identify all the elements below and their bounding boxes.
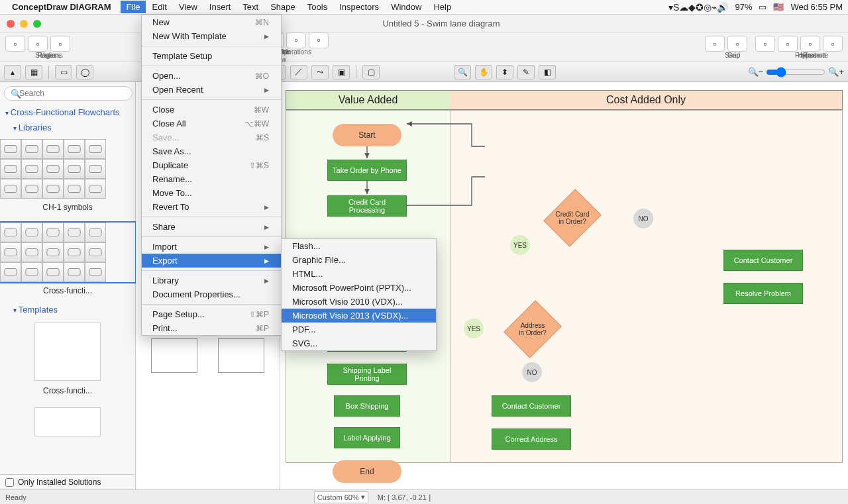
menubar-view[interactable]: View [173, 1, 203, 13]
menu-extra-icon[interactable]: ✪ [696, 2, 704, 13]
line-tool[interactable]: ／ [290, 65, 307, 79]
menu-item-move-to-[interactable]: Move To... [142, 186, 281, 200]
lane-b-header[interactable]: Cost Added Only [450, 91, 842, 109]
menu-extra-icon[interactable]: ◎ [704, 2, 712, 13]
menu-item-open-[interactable]: Open...⌘O [142, 69, 281, 83]
menu-item-microsoft-visio-vsdx-[interactable]: Microsoft Visio 2013 (VSDX)... [282, 309, 436, 323]
node-contact-1[interactable]: Contact Customer [723, 250, 803, 271]
menubar-tools[interactable]: Tools [301, 1, 333, 13]
library-shape-icon[interactable] [64, 223, 85, 242]
pointer-tool[interactable]: ▴ [4, 65, 21, 79]
zoom-range[interactable] [766, 67, 825, 77]
node-addr-decision[interactable]: Address in Order? [510, 307, 555, 352]
library-shape-icon[interactable] [64, 159, 85, 179]
solution-header[interactable]: Cross-Functional Flowcharts [0, 105, 135, 120]
library-shape-icon[interactable] [64, 179, 85, 199]
only-installed-checkbox[interactable] [5, 478, 14, 487]
menu-item-revert-to[interactable]: Revert To [142, 200, 281, 214]
menu-extra-icon[interactable]: ◆ [688, 2, 696, 13]
library-shape-icon[interactable] [0, 262, 21, 282]
menu-item-page-setup-[interactable]: Page Setup...⇧⌘P [142, 307, 281, 321]
traffic-lights[interactable] [7, 20, 41, 28]
zoom-in-tool[interactable]: 🔍 [454, 65, 471, 79]
menu-item-microsoft-visio-vdx-[interactable]: Microsoft Visio 2010 (VDX)... [282, 295, 436, 309]
toolbar-info[interactable]: ▫ [800, 36, 820, 52]
library-shape-icon[interactable] [85, 223, 106, 242]
zoom-combo[interactable]: Custom 60% ▾ [314, 491, 368, 503]
template-thumb-2[interactable] [34, 407, 101, 436]
menubar-insert[interactable]: Insert [203, 1, 237, 13]
node-resolve[interactable]: Resolve Problem [723, 283, 803, 304]
node-label-apply[interactable]: Label Applying [334, 427, 400, 448]
eraser-tool[interactable]: ◧ [539, 65, 556, 79]
menu-item-share[interactable]: Share [142, 220, 281, 234]
menu-item-close[interactable]: Close⌘W [142, 103, 281, 117]
close-icon[interactable] [7, 20, 15, 28]
node-cc-decision[interactable]: Credit Card in Order? [550, 195, 595, 240]
library-shape-icon[interactable] [42, 139, 64, 159]
toolbar-layers[interactable]: ▫ [50, 36, 70, 52]
frame-tool[interactable]: ▢ [362, 65, 380, 79]
menu-item-export[interactable]: Export [142, 254, 281, 268]
menu-item-html-[interactable]: HTML... [282, 267, 436, 281]
menu-item-open-recent[interactable]: Open Recent [142, 83, 281, 97]
library-shape-icon[interactable] [64, 262, 85, 282]
menu-item-template-setup[interactable]: Template Setup [142, 49, 281, 63]
toolbar-solutions[interactable]: ▫ [5, 36, 25, 52]
toolbar-grid[interactable]: ▫ [727, 36, 747, 52]
menubar-shape[interactable]: Shape [264, 1, 301, 13]
rect-tool[interactable]: ▭ [55, 65, 72, 79]
only-installed-row[interactable]: Only Installed Solutions [0, 474, 135, 489]
menu-item-library[interactable]: Library [142, 274, 281, 287]
library-shape-icon[interactable] [85, 179, 106, 199]
toolbar-operations[interactable]: ▫ [309, 32, 329, 48]
app-name[interactable]: ConceptDraw DIAGRAM [12, 2, 111, 12]
library-shape-icon[interactable] [42, 179, 64, 199]
libraries-section[interactable]: Libraries [0, 120, 135, 135]
library-shape-icon[interactable] [85, 159, 106, 179]
ellipse-tool[interactable]: ◯ [76, 65, 93, 79]
menubar-file[interactable]: File [121, 1, 146, 13]
toolbar-snap[interactable]: ▫ [705, 36, 725, 52]
menu-item-microsoft-powerpoint-pptx-[interactable]: Microsoft PowerPoint (PPTX)... [282, 281, 436, 295]
library-shape-icon[interactable] [0, 179, 21, 199]
library-shape-icon[interactable] [21, 159, 42, 179]
node-contact-2[interactable]: Contact Customer [492, 395, 571, 417]
stencil-shape[interactable] [142, 338, 206, 376]
library-shape-icon[interactable] [21, 242, 42, 262]
toolbar-hypernote[interactable]: ▫ [778, 36, 798, 52]
library-shape-icon[interactable] [0, 139, 21, 159]
menu-item-save-as-[interactable]: Save As... [142, 144, 281, 158]
menubar-edit[interactable]: Edit [146, 1, 172, 13]
menu-item-pdf-[interactable]: PDF... [282, 323, 436, 336]
library-shape-icon[interactable] [0, 242, 21, 262]
library-shape-icon[interactable] [85, 242, 106, 262]
search-input[interactable] [4, 86, 132, 101]
menu-extra-icon[interactable]: 🔊 [717, 2, 728, 13]
node-cc-processing[interactable]: Credit Card Processing [327, 195, 407, 217]
menu-item-rename-[interactable]: Rename... [142, 172, 281, 186]
template-thumb-1[interactable] [34, 323, 101, 381]
library-ch1[interactable] [0, 139, 135, 199]
menu-item-print-[interactable]: Print...⌘P [142, 321, 281, 335]
library-shape-icon[interactable] [42, 262, 64, 282]
node-take-order[interactable]: Take Order by Phone [327, 160, 407, 181]
menu-item-new-with-template[interactable]: New With Template [142, 29, 281, 43]
menu-item-graphic-file-[interactable]: Graphic File... [282, 253, 436, 267]
menu-item-import[interactable]: Import [142, 240, 281, 254]
arc-tool[interactable]: ⤳ [311, 65, 329, 79]
toolbar-format[interactable]: ▫ [755, 36, 775, 52]
align-tool[interactable]: ⬍ [496, 65, 513, 79]
library-crossfunc[interactable] [0, 223, 135, 282]
group-tool[interactable]: ▣ [333, 65, 350, 79]
library-shape-icon[interactable] [21, 223, 42, 242]
eyedropper-tool[interactable]: ✎ [517, 65, 535, 79]
menubar-text[interactable]: Text [237, 1, 264, 13]
node-box-shipping[interactable]: Box Shipping [334, 395, 400, 417]
toolbar-present[interactable]: ▫ [823, 36, 843, 52]
toolbar-tree[interactable]: ▫ [286, 32, 306, 48]
menu-item-svg-[interactable]: SVG... [282, 336, 436, 350]
toolbar-pages[interactable]: ▫ [28, 36, 48, 52]
file-menu[interactable]: New⌘NNew With TemplateTemplate SetupOpen… [141, 15, 282, 336]
zoom-out-icon[interactable]: 🔍− [748, 67, 764, 77]
